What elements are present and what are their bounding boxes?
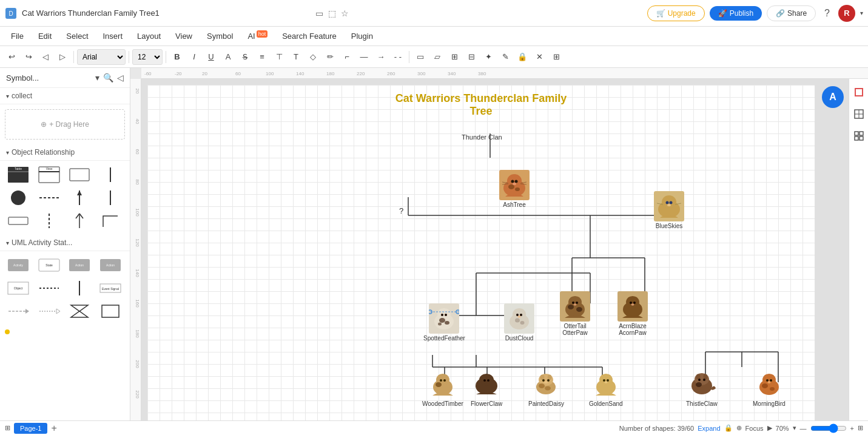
line-style-button[interactable]: —: [356, 49, 372, 65]
shape-line-up[interactable]: [66, 187, 93, 208]
canvas[interactable]: Cat Warriors Thunderclan Family Tree: [147, 85, 815, 424]
window-icon-1[interactable]: ▭: [315, 8, 323, 18]
menu-view[interactable]: View: [169, 29, 198, 43]
zoom-in[interactable]: +: [850, 425, 854, 432]
shape-table[interactable]: Table: [5, 164, 32, 185]
node-morningbird[interactable]: MorningBird: [753, 369, 786, 407]
section-collect[interactable]: ▾ collect: [0, 88, 130, 104]
window-icon-3[interactable]: ☆: [341, 8, 349, 18]
cross-button[interactable]: ✕: [531, 49, 547, 65]
account-caret[interactable]: ▾: [860, 10, 863, 16]
node-acornblaze[interactable]: AcrnBlazeAcornPaw: [617, 291, 648, 336]
menu-plugin[interactable]: Plugin: [345, 29, 379, 43]
sidebar-dropdown-icon[interactable]: ▾: [95, 73, 99, 83]
window-icon-2[interactable]: ⬚: [328, 8, 336, 18]
canvas-scroll[interactable]: Cat Warriors Thunderclan Family Tree: [141, 79, 868, 424]
uml-line2[interactable]: [66, 278, 93, 298]
avatar[interactable]: R: [838, 5, 855, 22]
share-button[interactable]: 🔗 Share: [767, 5, 816, 21]
bold-button[interactable]: B: [169, 49, 185, 65]
arrow-button[interactable]: →: [373, 49, 389, 65]
menu-layout[interactable]: Layout: [131, 29, 167, 43]
tab-page1[interactable]: Page-1: [14, 423, 47, 434]
upgrade-button[interactable]: 🛒 Upgrade: [647, 5, 705, 21]
help-icon[interactable]: ?: [824, 8, 830, 19]
shape2-button[interactable]: ▭: [412, 49, 428, 65]
zoom-slider[interactable]: [810, 423, 847, 433]
add-tab[interactable]: +: [51, 423, 56, 434]
menu-symbol[interactable]: Symbol: [201, 29, 239, 43]
shape-button[interactable]: ◇: [305, 49, 321, 65]
sidebar-collapse-icon[interactable]: ◁: [117, 73, 124, 83]
shape-arrow-up[interactable]: [66, 211, 93, 231]
strikethrough-button[interactable]: S̶: [237, 49, 253, 65]
menu-select[interactable]: Select: [60, 29, 94, 43]
text-button[interactable]: T: [288, 49, 304, 65]
uml-hourglass[interactable]: [66, 301, 93, 322]
menu-insert[interactable]: Insert: [97, 29, 129, 43]
shape-circle[interactable]: [5, 187, 32, 208]
layers-icon[interactable]: ⊕: [736, 424, 742, 432]
menu-ai[interactable]: AIhot: [241, 29, 274, 43]
align-button[interactable]: ≡: [254, 49, 270, 65]
uml-activity[interactable]: Activity: [5, 255, 32, 275]
italic-button[interactable]: I: [186, 49, 202, 65]
node-ashtree[interactable]: AshTree: [499, 170, 530, 208]
menu-file[interactable]: File: [5, 29, 30, 43]
uml-dash2[interactable]: [36, 278, 62, 298]
shape-view[interactable]: View: [36, 164, 62, 185]
publish-button[interactable]: 🚀 Publish: [710, 6, 762, 21]
dash-button[interactable]: - -: [390, 49, 406, 65]
map-icon[interactable]: [850, 106, 867, 123]
node-dustcloud[interactable]: DustCloud: [504, 303, 534, 342]
uml-state[interactable]: State: [36, 255, 62, 275]
fullscreen-icon[interactable]: ⊞: [858, 424, 863, 432]
play-icon[interactable]: ▶: [767, 424, 772, 432]
style-icon[interactable]: [850, 84, 867, 101]
expand-link[interactable]: Expand: [698, 425, 720, 432]
node-spottedfeather[interactable]: SpottedFeather: [423, 303, 465, 342]
shape3-button[interactable]: ▱: [429, 49, 445, 65]
uml-rect2[interactable]: [97, 301, 124, 322]
redo-button[interactable]: ↪: [21, 49, 36, 65]
page-icon[interactable]: ⊞: [5, 424, 10, 432]
node-ottertail[interactable]: OtterTailOtterPaw: [560, 291, 590, 336]
shape-corner[interactable]: [97, 211, 124, 231]
lock-button[interactable]: 🔒: [514, 49, 530, 65]
zoom-dropdown[interactable]: ▾: [793, 424, 796, 432]
undo-button[interactable]: ↩: [4, 49, 19, 65]
menu-search-feature[interactable]: Search Feature: [276, 29, 343, 43]
shape-line-v[interactable]: [97, 164, 124, 185]
section-object-relationship[interactable]: ▾ Object Relationship: [0, 144, 130, 161]
valign-button[interactable]: ⊤: [271, 49, 287, 65]
pen-button[interactable]: ✏: [322, 49, 338, 65]
focus-label[interactable]: Focus: [745, 425, 764, 432]
grid-button[interactable]: ⊞: [548, 49, 564, 65]
edit-button[interactable]: ✎: [497, 49, 513, 65]
node-painteddaisy[interactable]: PaintedDaisy: [528, 369, 564, 407]
font-color-button[interactable]: A: [220, 49, 236, 65]
zoom-out[interactable]: —: [800, 425, 807, 432]
underline-button[interactable]: U: [203, 49, 219, 65]
uml-label[interactable]: Event Signal: [97, 278, 124, 298]
lock-icon[interactable]: 🔒: [724, 424, 733, 432]
uml-arrow2[interactable]: [36, 301, 62, 322]
shape-wide-rect[interactable]: [5, 211, 32, 231]
shape-dash-h[interactable]: [36, 187, 62, 208]
sidebar-search-icon[interactable]: 🔍: [103, 73, 113, 83]
shape5-button[interactable]: ⊟: [463, 49, 479, 65]
node-thistleclaw[interactable]: ThistleClaw: [686, 369, 718, 407]
uml-arrow1[interactable]: [5, 301, 32, 322]
drag-area[interactable]: ⊕ + Drag Here: [5, 109, 125, 140]
uml-action2[interactable]: Action: [97, 255, 124, 275]
uml-action[interactable]: Action: [66, 255, 93, 275]
uml-object[interactable]: Object: [5, 278, 32, 298]
font-select[interactable]: Arial: [77, 49, 126, 65]
sparkle-button[interactable]: ✦: [480, 49, 496, 65]
shape-rect[interactable]: [66, 164, 93, 185]
grid-icon[interactable]: [850, 127, 867, 144]
node-woodedtimber[interactable]: WoodedTimber: [422, 369, 463, 407]
forward-button[interactable]: ▷: [55, 49, 70, 65]
shape-line-v2[interactable]: [97, 187, 124, 208]
node-flowerclaw[interactable]: FlowerClaw: [471, 369, 502, 407]
